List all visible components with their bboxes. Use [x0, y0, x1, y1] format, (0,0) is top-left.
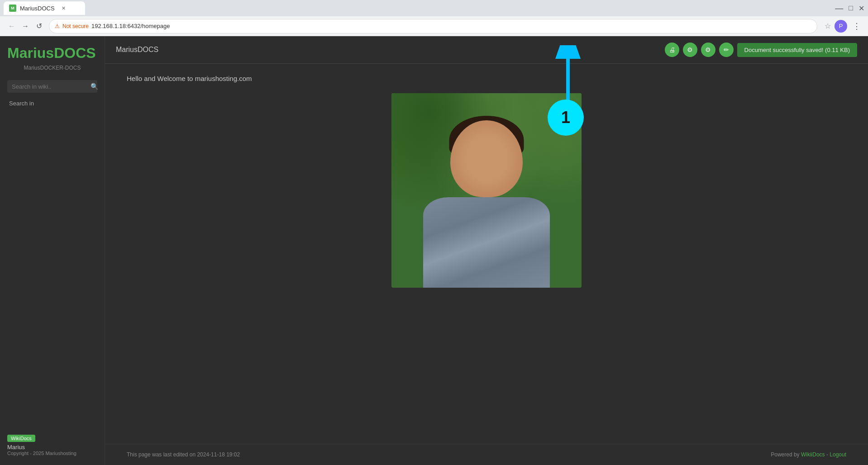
bookmark-button[interactable]: ☆	[825, 22, 831, 30]
header-actions: 🖨 ⚙ ⚙ ✏ Document successfully saved! (0.…	[665, 43, 857, 57]
search-in-label: Search in	[7, 96, 97, 109]
main-content: MariusDOCS 🖨 ⚙ ⚙ ✏ Document succe	[105, 36, 868, 465]
address-bar[interactable]: ⚠ Not secure 192.168.1.18:6432/homepage	[49, 19, 817, 33]
sidebar-subtitle: MariusDOCKER-DOCS	[7, 65, 97, 71]
forward-button[interactable]: →	[19, 20, 32, 33]
print-button[interactable]: 🖨	[665, 43, 679, 57]
tab-title: MariusDOCS	[20, 5, 55, 12]
active-tab[interactable]: M MariusDOCS ✕	[4, 1, 85, 15]
navigation-controls: ← → ↺	[5, 20, 45, 33]
footer-logout-link[interactable]: Logout	[830, 451, 846, 458]
footer-right: Powered by WikiiDocs - Logout	[771, 451, 846, 458]
minimize-button[interactable]: —	[835, 4, 843, 13]
footer-last-edited: This page was last edited on 2024-11-18 …	[127, 451, 240, 458]
restore-button[interactable]: □	[849, 4, 853, 12]
page-header: MariusDOCS 🖨 ⚙ ⚙ ✏ Document succe	[105, 36, 868, 64]
reload-button[interactable]: ↺	[33, 20, 45, 33]
settings-button[interactable]: ⚙	[683, 43, 697, 57]
footer-wikidocs-link[interactable]: WikiiDocs	[801, 451, 825, 458]
profile-button[interactable]: P	[835, 20, 847, 33]
browser-menu-button[interactable]: ⋮	[851, 19, 863, 33]
sidebar-user: Marius	[7, 444, 97, 451]
settings-icon: ⚙	[687, 46, 693, 53]
app-container: MariusDOCS MariusDOCKER-DOCS 🔍 Search in…	[0, 36, 868, 465]
back-button[interactable]: ←	[5, 20, 18, 33]
manage-icon: ⚙	[705, 46, 711, 53]
close-button[interactable]: ✕	[858, 4, 864, 13]
search-icon[interactable]: 🔍	[91, 83, 98, 90]
edit-button[interactable]: ✏	[719, 43, 734, 57]
edit-icon: ✏	[724, 46, 729, 53]
tab-close-button[interactable]: ✕	[60, 5, 67, 12]
sidebar-title: MariusDOCS	[7, 45, 97, 61]
page-footer: This page was last edited on 2024-11-18 …	[105, 444, 868, 465]
footer-powered-text: Powered by	[771, 451, 801, 458]
sidebar: MariusDOCS MariusDOCKER-DOCS 🔍 Search in…	[0, 36, 105, 465]
welcome-text: Hello and Welcome to mariushosting.com	[127, 75, 846, 82]
profile-icon: P	[839, 23, 843, 29]
person-shirt	[423, 197, 550, 288]
browser-tab-bar: M MariusDOCS ✕ — □ ✕	[0, 0, 868, 16]
browser-frame: M MariusDOCS ✕ — □ ✕ ← → ↺ ⚠ Not secure …	[0, 0, 868, 465]
sidebar-copyright: Copyright - 2025 Mariushosting	[7, 451, 97, 456]
search-box[interactable]: 🔍	[7, 80, 97, 93]
page-title: MariusDOCS	[116, 46, 158, 54]
content-image	[391, 93, 582, 288]
address-bar-row: ← → ↺ ⚠ Not secure 192.168.1.18:6432/hom…	[0, 16, 868, 36]
search-input[interactable]	[12, 83, 88, 90]
address-text: 192.168.1.18:6432/homepage	[91, 23, 170, 29]
security-icon: ⚠	[55, 23, 60, 29]
sidebar-footer: WikiDocs Marius Copyright - 2025 Mariush…	[7, 434, 97, 456]
wikidocs-badge: WikiDocs	[7, 435, 35, 442]
security-label: Not secure	[62, 23, 89, 29]
manage-button[interactable]: ⚙	[701, 43, 715, 57]
print-icon: 🖨	[669, 46, 675, 53]
save-notification: Document successfully saved! (0.11 KB)	[737, 43, 857, 57]
tab-favicon: M	[9, 5, 16, 12]
page-body: Hello and Welcome to mariushosting.com	[105, 64, 868, 444]
